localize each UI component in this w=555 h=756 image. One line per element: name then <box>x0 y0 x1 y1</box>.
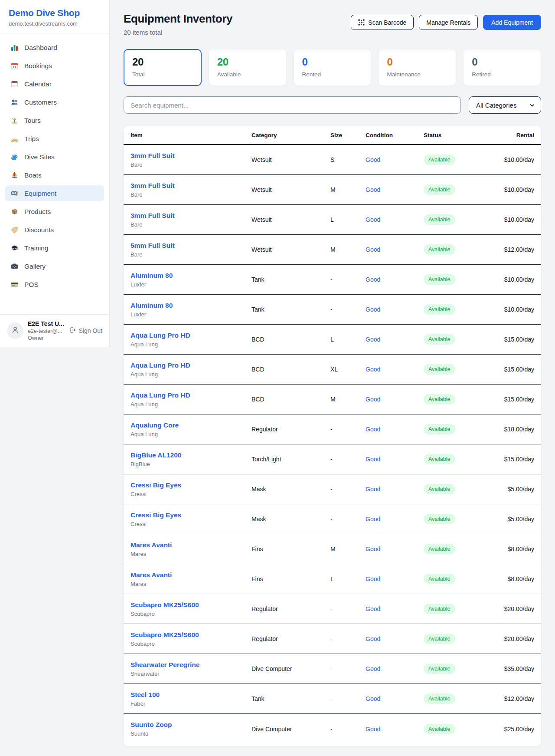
item-name-link[interactable]: Aluminum 80 <box>131 272 251 279</box>
item-name-link[interactable]: Cressi Big Eyes <box>131 511 251 519</box>
item-condition-link[interactable]: Good <box>366 695 424 702</box>
item-name-link[interactable]: 3mm Full Suit <box>131 182 251 190</box>
sign-out-button[interactable]: Sign Out <box>70 327 102 335</box>
item-name-link[interactable]: BigBlue AL1200 <box>131 451 251 459</box>
item-size: - <box>330 635 366 642</box>
sidebar-item-boats[interactable]: Boats <box>5 167 104 183</box>
item-condition-link[interactable]: Good <box>366 366 424 373</box>
item-name-link[interactable]: Aqua Lung Pro HD <box>131 362 251 369</box>
item-condition-link[interactable]: Good <box>366 726 424 733</box>
table-row[interactable]: Aqua Lung Pro HD Aqua Lung BCD M Good Av… <box>124 385 541 414</box>
manage-rentals-button[interactable]: Manage Rentals <box>419 15 478 30</box>
item-condition-link[interactable]: Good <box>366 486 424 493</box>
table-row[interactable]: Mares Avanti Mares Fins L Good Available… <box>124 564 541 594</box>
stat-card-available[interactable]: 20 Available <box>209 49 287 86</box>
item-rental-rate: $15.00/day <box>480 366 541 373</box>
item-name-link[interactable]: Mares Avanti <box>131 541 251 549</box>
table-row[interactable]: Aqua Lung Pro HD Aqua Lung BCD XL Good A… <box>124 355 541 385</box>
sidebar-nav: Dashboard 17 Bookings Calendar Customers… <box>0 33 109 314</box>
table-row[interactable]: Scubapro MK25/S600 Scubapro Regulator - … <box>124 594 541 624</box>
item-condition-link[interactable]: Good <box>366 575 424 582</box>
sidebar-item-bookings[interactable]: 17 Bookings <box>5 58 104 74</box>
column-header-category: Category <box>251 132 330 138</box>
category-filter-select[interactable]: All Categories <box>469 96 541 114</box>
table-row[interactable]: Aqua Lung Pro HD Aqua Lung BCD L Good Av… <box>124 325 541 355</box>
item-condition-link[interactable]: Good <box>366 665 424 672</box>
table-row[interactable]: Aluminum 80 Luxfer Tank - Good Available… <box>124 265 541 295</box>
table-row[interactable]: Steel 100 Faber Tank - Good Available $1… <box>124 684 541 714</box>
item-name-link[interactable]: Scubapro MK25/S600 <box>131 601 251 609</box>
item-name-link[interactable]: Shearwater Peregrine <box>131 661 251 669</box>
item-condition-link[interactable]: Good <box>366 156 424 163</box>
item-name-link[interactable]: 3mm Full Suit <box>131 212 251 220</box>
manage-rentals-label: Manage Rentals <box>426 19 470 26</box>
sidebar-item-equipment[interactable]: Equipment <box>5 185 104 201</box>
stat-card-total[interactable]: 20 Total <box>124 49 202 86</box>
item-rental-rate: $10.00/day <box>480 276 541 283</box>
item-condition-link[interactable]: Good <box>366 276 424 283</box>
sidebar-item-customers[interactable]: Customers <box>5 94 104 110</box>
item-name-link[interactable]: Aqualung Core <box>131 421 251 429</box>
table-row[interactable]: Aluminum 80 Luxfer Tank - Good Available… <box>124 295 541 325</box>
item-condition-link[interactable]: Good <box>366 456 424 463</box>
stat-card-retired[interactable]: 0 Retired <box>463 49 541 86</box>
table-row[interactable]: Cressi Big Eyes Cressi Mask - Good Avail… <box>124 504 541 534</box>
item-name-link[interactable]: 5mm Full Suit <box>131 242 251 250</box>
item-name-link[interactable]: Suunto Zoop <box>131 721 251 729</box>
item-name-link[interactable]: Aluminum 80 <box>131 302 251 309</box>
item-name-link[interactable]: 3mm Full Suit <box>131 152 251 160</box>
item-condition-link[interactable]: Good <box>366 546 424 552</box>
item-name-link[interactable]: Mares Avanti <box>131 571 251 579</box>
item-name-link[interactable]: Aqua Lung Pro HD <box>131 332 251 339</box>
sidebar-item-training[interactable]: Training <box>5 240 104 256</box>
item-size: - <box>330 726 366 733</box>
sidebar-item-products[interactable]: Products <box>5 204 104 220</box>
table-row[interactable]: Mares Avanti Mares Fins M Good Available… <box>124 534 541 564</box>
table-row[interactable]: BigBlue AL1200 BigBlue Torch/Light - Goo… <box>124 444 541 474</box>
sidebar-item-discounts[interactable]: Discounts <box>5 222 104 238</box>
item-condition-link[interactable]: Good <box>366 306 424 313</box>
item-size: - <box>330 426 366 433</box>
status-badge: Available <box>424 664 455 674</box>
item-name-link[interactable]: Scubapro MK25/S600 <box>131 631 251 639</box>
stat-card-rented[interactable]: 0 Rented <box>294 49 372 86</box>
table-row[interactable]: Aqualung Core Aqua Lung Regulator - Good… <box>124 414 541 444</box>
item-name-link[interactable]: Aqua Lung Pro HD <box>131 391 251 399</box>
item-condition-link[interactable]: Good <box>366 635 424 642</box>
table-row[interactable]: Shearwater Peregrine Shearwater Dive Com… <box>124 654 541 684</box>
sidebar-item-dive-sites[interactable]: Dive Sites <box>5 149 104 165</box>
page-title: Equipment Inventory <box>124 12 232 26</box>
table-row[interactable]: Scubapro MK25/S600 Scubapro Regulator - … <box>124 624 541 654</box>
item-condition-link[interactable]: Good <box>366 216 424 223</box>
sidebar-item-dashboard[interactable]: Dashboard <box>5 39 104 56</box>
item-condition-link[interactable]: Good <box>366 186 424 193</box>
item-name-link[interactable]: Steel 100 <box>131 691 251 699</box>
item-brand: Shearwater <box>131 671 251 677</box>
item-condition-link[interactable]: Good <box>366 426 424 433</box>
table-row[interactable]: Suunto Zoop Suunto Dive Computer - Good … <box>124 714 541 744</box>
search-input[interactable] <box>124 96 461 114</box>
sidebar-item-tours[interactable]: Tours <box>5 112 104 128</box>
add-equipment-button[interactable]: Add Equipment <box>483 15 541 30</box>
item-brand: Faber <box>131 700 251 707</box>
sidebar-item-calendar[interactable]: Calendar <box>5 76 104 92</box>
table-row[interactable]: 3mm Full Suit Bare Wetsuit M Good Availa… <box>124 175 541 205</box>
stat-card-maintenance[interactable]: 0 Maintenance <box>378 49 456 86</box>
item-condition-link[interactable]: Good <box>366 336 424 343</box>
item-category: BCD <box>251 336 330 343</box>
table-row[interactable]: Cressi Big Eyes Cressi Mask - Good Avail… <box>124 474 541 504</box>
table-row[interactable]: 3mm Full Suit Bare Wetsuit L Good Availa… <box>124 205 541 235</box>
item-condition-link[interactable]: Good <box>366 396 424 403</box>
sidebar-item-pos[interactable]: POS <box>5 276 104 293</box>
status-badge: Available <box>424 334 455 345</box>
scan-barcode-button[interactable]: Scan Barcode <box>351 15 414 30</box>
item-condition-link[interactable]: Good <box>366 605 424 612</box>
table-row[interactable]: 5mm Full Suit Bare Wetsuit M Good Availa… <box>124 235 541 265</box>
item-condition-link[interactable]: Good <box>366 246 424 253</box>
sidebar-item-trips[interactable]: Trips <box>5 131 104 147</box>
sidebar: Demo Dive Shop demo.test.divestreams.com… <box>0 0 110 347</box>
table-row[interactable]: 3mm Full Suit Bare Wetsuit S Good Availa… <box>124 145 541 175</box>
sidebar-item-gallery[interactable]: Gallery <box>5 258 104 274</box>
item-name-link[interactable]: Cressi Big Eyes <box>131 481 251 489</box>
item-condition-link[interactable]: Good <box>366 516 424 523</box>
